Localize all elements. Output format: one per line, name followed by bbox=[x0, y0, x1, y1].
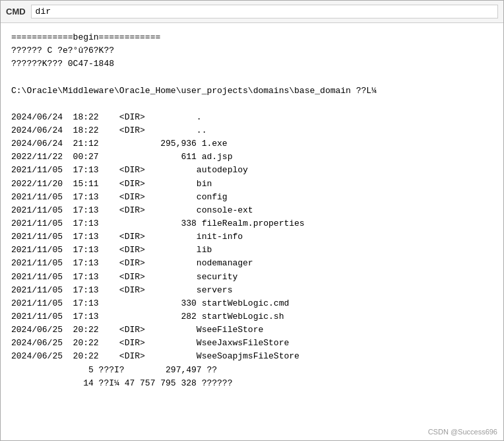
output-area: ============begin============ ?????? C ?… bbox=[1, 23, 503, 440]
cmd-label: CMD bbox=[6, 7, 26, 17]
cmd-input[interactable] bbox=[31, 5, 498, 18]
watermark-text: CSDN @Success696 bbox=[428, 428, 497, 436]
toolbar: CMD bbox=[1, 1, 503, 23]
